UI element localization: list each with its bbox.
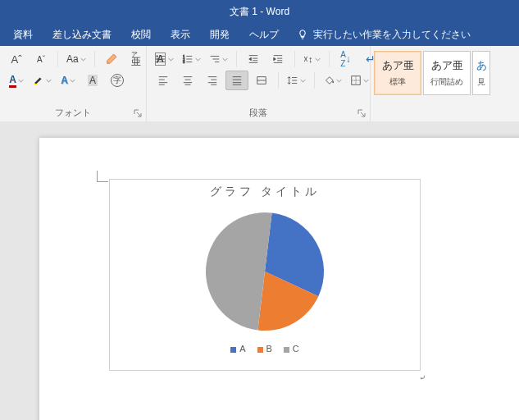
- indent-icon: [272, 53, 284, 65]
- style-sample: あ: [476, 58, 487, 73]
- pie-chart: [199, 206, 330, 337]
- tab-references[interactable]: 資料: [5, 23, 41, 46]
- chevron-down-icon: [300, 78, 306, 84]
- line-spacing-icon: [287, 75, 298, 86]
- svg-rect-0: [34, 84, 38, 85]
- font-grow-button[interactable]: Aˆ: [5, 49, 28, 69]
- align-left-button[interactable]: [152, 71, 175, 90]
- tell-me-text: 実行したい作業を入力してください: [313, 28, 471, 42]
- chevron-down-icon: [18, 78, 24, 84]
- align-justify-button[interactable]: [225, 71, 248, 90]
- chevron-down-icon: [46, 78, 52, 84]
- group-label-font: フォント: [0, 107, 146, 121]
- style-nospacing[interactable]: あア亜 行間詰め: [423, 51, 471, 95]
- line-spacing-button[interactable]: [284, 71, 309, 90]
- title-bar: 文書 1 - Word: [0, 0, 519, 23]
- window-title: 文書 1 - Word: [230, 5, 289, 19]
- sort-button[interactable]: AZ↓: [335, 49, 357, 69]
- indent-increase-button[interactable]: [266, 49, 289, 69]
- ribbon-tabs: 資料 差し込み文書 校閲 表示 開発 ヘルプ 実行したい作業を入力してください: [0, 23, 519, 46]
- tab-developer[interactable]: 開発: [202, 23, 238, 46]
- legend-item-A: A: [230, 344, 245, 354]
- text-effects-button[interactable]: A: [57, 71, 80, 90]
- chevron-down-icon: [336, 78, 342, 84]
- style-normal[interactable]: あア亜 標準: [374, 51, 421, 95]
- font-color-button[interactable]: A: [5, 71, 28, 90]
- style-name: 見: [477, 76, 485, 88]
- bullets-icon: [155, 53, 166, 65]
- tab-view[interactable]: 表示: [162, 23, 198, 46]
- group-label-styles: [371, 107, 519, 121]
- style-heading1[interactable]: あ 見: [472, 51, 490, 95]
- outdent-icon: [248, 53, 259, 65]
- shading-button[interactable]: [320, 71, 345, 90]
- chevron-down-icon: [80, 57, 86, 62]
- tell-me[interactable]: 実行したい作業を入力してください: [297, 28, 471, 42]
- highlighter-icon: [33, 75, 44, 86]
- chart-legend: ABC: [110, 344, 420, 354]
- legend-item-B: B: [257, 344, 272, 354]
- align-left-icon: [157, 75, 169, 86]
- legend-item-C: C: [284, 344, 299, 354]
- enclose-char-button[interactable]: 字: [106, 71, 129, 90]
- separator: [94, 51, 95, 67]
- multilevel-icon: [209, 53, 221, 65]
- borders-icon: [350, 75, 362, 86]
- tab-help[interactable]: ヘルプ: [241, 23, 287, 46]
- chevron-down-icon: [195, 57, 201, 62]
- change-case-button[interactable]: Aa: [63, 49, 89, 69]
- numbering-button[interactable]: 123: [179, 49, 204, 69]
- legend-swatch-icon: [257, 347, 263, 353]
- chevron-down-icon: [363, 78, 369, 84]
- style-name: 標準: [389, 76, 406, 88]
- separator: [57, 51, 58, 67]
- char-shading-button[interactable]: A: [81, 71, 104, 90]
- tab-review[interactable]: 校閲: [123, 23, 159, 46]
- dialog-launcher-icon[interactable]: [357, 108, 366, 118]
- align-right-button[interactable]: [201, 71, 224, 90]
- legend-swatch-icon: [230, 347, 236, 353]
- svg-point-5: [157, 62, 158, 63]
- lightbulb-icon: [297, 29, 308, 40]
- style-sample: あア亜: [382, 58, 414, 73]
- group-label-paragraph: 段落: [147, 107, 370, 121]
- group-styles: あア亜 標準 あア亜 行間詰め あ 見: [371, 46, 519, 121]
- group-paragraph: 123 ☓↕ AZ↓ ↵: [147, 46, 371, 121]
- text-direction-button[interactable]: ☓↕: [300, 49, 324, 69]
- clear-format-button[interactable]: [100, 49, 123, 69]
- svg-point-1: [157, 56, 158, 57]
- separator: [278, 72, 279, 89]
- svg-point-3: [157, 58, 158, 60]
- document-area[interactable]: グラフ タイトル ABC ⤶ (Ctrl): [0, 121, 519, 420]
- separator: [236, 51, 237, 67]
- align-right-icon: [207, 75, 218, 86]
- chart-title: グラフ タイトル: [110, 185, 420, 199]
- ribbon: Aˆ Aˇ Aa ア亜 A A A A 字 フォント: [0, 46, 519, 122]
- chevron-down-icon: [168, 57, 174, 62]
- chevron-down-icon: [70, 78, 75, 84]
- align-center-button[interactable]: [176, 71, 199, 90]
- ruby-button[interactable]: ア亜: [125, 49, 148, 69]
- bullets-button[interactable]: [152, 49, 177, 69]
- borders-button[interactable]: [347, 71, 372, 90]
- style-sample: あア亜: [431, 58, 463, 73]
- chart-object[interactable]: グラフ タイトル ABC: [109, 179, 421, 371]
- separator: [294, 51, 295, 67]
- svg-text:3: 3: [183, 60, 185, 64]
- tab-mailmerge[interactable]: 差し込み文書: [44, 23, 120, 46]
- indent-decrease-button[interactable]: [242, 49, 265, 69]
- para-mark-icon: ⤶: [419, 373, 426, 382]
- numbering-icon: 123: [182, 53, 193, 65]
- dialog-launcher-icon[interactable]: [133, 108, 143, 118]
- distribute-icon: [256, 75, 267, 86]
- multilevel-button[interactable]: [206, 49, 231, 69]
- chevron-down-icon: [315, 57, 321, 62]
- distribute-button[interactable]: [250, 71, 273, 90]
- align-justify-icon: [231, 75, 243, 86]
- page[interactable]: グラフ タイトル ABC ⤶: [39, 138, 519, 420]
- chevron-down-icon: [222, 57, 228, 62]
- legend-swatch-icon: [284, 347, 289, 353]
- font-shrink-button[interactable]: Aˇ: [30, 49, 52, 69]
- highlight-button[interactable]: [30, 71, 55, 90]
- group-font: Aˆ Aˇ Aa ア亜 A A A A 字 フォント: [0, 46, 147, 121]
